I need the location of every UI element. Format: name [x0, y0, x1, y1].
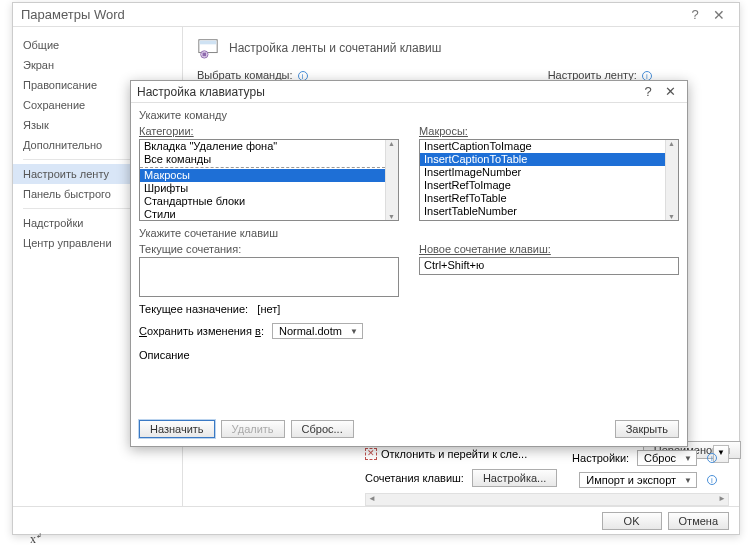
new-shortcut-label: Новое сочетание клавиш: — [419, 243, 679, 255]
macros-listbox[interactable]: InsertCaptionToImage InsertCaptionToTabl… — [419, 139, 679, 221]
customize-shortcuts-button[interactable]: Настройка... — [472, 469, 557, 487]
cursor-indicator: x↲ — [30, 532, 42, 547]
main-footer: OK Отмена — [13, 506, 739, 534]
specify-shortcut-label: Укажите сочетание клавиш — [139, 227, 679, 239]
main-window-title: Параметры Word — [21, 7, 683, 22]
content-title: Настройка ленты и сочетаний клавиш — [229, 41, 441, 55]
modal-titlebar: Настройка клавиатуры ? ✕ — [131, 81, 687, 103]
svg-rect-3 — [203, 53, 207, 57]
settings-label: Настройки: — [572, 452, 629, 464]
list-item[interactable]: Шрифты — [140, 182, 385, 195]
list-item[interactable]: InsertCaptionToTable — [420, 153, 665, 166]
svg-rect-1 — [200, 41, 217, 45]
list-item[interactable]: InsertCaptionToImage — [420, 140, 665, 153]
reset-combo[interactable]: Сброс ▼ — [637, 450, 697, 466]
close-icon[interactable]: ✕ — [659, 84, 681, 99]
current-shortcuts-listbox[interactable] — [139, 257, 399, 297]
delete-button[interactable]: Удалить — [221, 420, 285, 438]
list-item[interactable]: Вкладка "Удаление фона" — [140, 140, 385, 153]
list-item[interactable]: Стили — [140, 208, 385, 221]
shortcuts-label: Сочетания клавиш: — [365, 472, 464, 484]
current-assignment-value: [нет] — [257, 303, 280, 315]
reset-button[interactable]: Сброс... — [291, 420, 354, 438]
current-shortcuts-label: Текущие сочетания: — [139, 243, 399, 255]
horizontal-scrollbar[interactable] — [365, 493, 729, 506]
main-titlebar: Параметры Word ? ✕ — [13, 3, 739, 27]
chevron-down-icon: ▼ — [684, 476, 692, 485]
cancel-button[interactable]: Отмена — [668, 512, 729, 530]
customize-ribbon-icon — [197, 37, 219, 59]
save-changes-combo[interactable]: Normal.dotm ▼ — [272, 323, 363, 339]
close-button[interactable]: Закрыть — [615, 420, 679, 438]
modal-footer: Назначить Удалить Сброс... Закрыть — [139, 420, 679, 438]
sidebar-item-display[interactable]: Экран — [13, 55, 182, 75]
categories-label: Категории: — [139, 125, 399, 137]
vertical-scrollbar[interactable] — [385, 140, 398, 220]
vertical-scrollbar[interactable] — [665, 140, 678, 220]
assign-button[interactable]: Назначить — [139, 420, 215, 438]
reject-icon — [365, 448, 377, 460]
list-item[interactable]: Стандартные блоки — [140, 195, 385, 208]
customize-keyboard-dialog: Настройка клавиатуры ? ✕ Укажите команду… — [130, 80, 688, 447]
info-icon[interactable]: i — [707, 475, 717, 485]
list-item[interactable]: InsertRefToImage — [420, 179, 665, 192]
description-label: Описание — [139, 349, 679, 361]
sidebar-item-general[interactable]: Общие — [13, 35, 182, 55]
close-icon[interactable]: ✕ — [707, 7, 731, 23]
chevron-down-icon: ▼ — [684, 454, 692, 463]
import-export-combo[interactable]: Импорт и экспорт ▼ — [579, 472, 697, 488]
modal-title: Настройка клавиатуры — [137, 85, 637, 99]
list-item[interactable]: Макросы — [140, 169, 385, 182]
info-icon[interactable]: i — [707, 453, 717, 463]
current-assignment-label: Текущее назначение: — [139, 303, 248, 315]
new-shortcut-input[interactable]: Ctrl+Shift+ю — [419, 257, 679, 275]
ok-button[interactable]: OK — [602, 512, 662, 530]
help-icon[interactable]: ? — [637, 84, 659, 99]
macros-label: Макросы: — [419, 125, 679, 137]
list-item[interactable]: InsertTableNumber — [420, 205, 665, 218]
list-item[interactable]: InsertImageNumber — [420, 166, 665, 179]
specify-command-label: Укажите команду — [139, 109, 679, 121]
help-icon[interactable]: ? — [683, 7, 707, 22]
list-item[interactable]: InsertRefToTable — [420, 192, 665, 205]
categories-listbox[interactable]: Вкладка "Удаление фона" Все команды Макр… — [139, 139, 399, 221]
list-item[interactable]: Все команды — [140, 153, 385, 168]
save-changes-label: Сохранить изменения в: — [139, 325, 264, 337]
chevron-down-icon: ▼ — [350, 327, 358, 336]
